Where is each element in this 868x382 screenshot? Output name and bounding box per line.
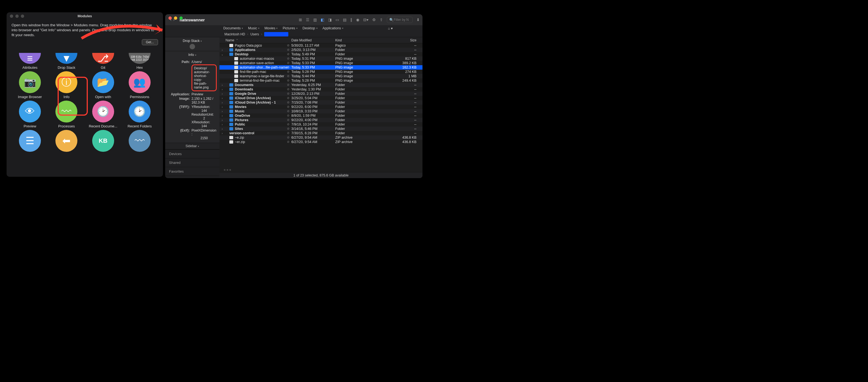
disclosure-icon[interactable]: › [221, 101, 224, 104]
get-button[interactable]: Get... [142, 39, 158, 45]
close-icon[interactable] [168, 16, 172, 20]
column-kind[interactable]: Kind [335, 38, 390, 42]
disclosure-icon[interactable]: › [221, 110, 224, 113]
info-path-label: Path: [168, 60, 191, 92]
split-icon[interactable]: ‖ [350, 18, 352, 22]
module-info[interactable]: ⓘ Info [51, 71, 82, 99]
file-row[interactable]: leanmymac-x-large-file-finderToday, 5:44… [219, 74, 423, 78]
disclosure-icon[interactable]: › [221, 128, 224, 131]
file-name: iCloud Drive (Archive) - 1 [235, 101, 276, 104]
column-name[interactable]: Name⌃ [219, 38, 291, 42]
crumb-users[interactable]: Users [250, 32, 259, 36]
disclosure-icon[interactable]: ⌄ [221, 53, 224, 56]
module-recent-documents[interactable]: 🕑 Recent Docume... [88, 101, 118, 128]
file-row[interactable]: automator-mac-macosToday, 5:31 PMPNG ima… [219, 57, 423, 61]
crumb-user-redacted[interactable]: XXXXXXX [264, 32, 288, 36]
disclosure-icon[interactable]: › [221, 123, 224, 126]
file-row[interactable]: ›iCloud Drive (Archive)3/25/20, 5:04 PMF… [219, 96, 423, 100]
file-row[interactable]: ›DocumentsYesterday, 6:25 PMFolder-- [219, 83, 423, 87]
disclosure-icon[interactable]: › [221, 119, 224, 122]
zoom-icon[interactable] [179, 16, 183, 20]
module-recent-folders[interactable]: 🕑 Recent Folders [125, 101, 155, 128]
drop-stack-header[interactable]: Drop Stack [183, 39, 200, 43]
share-icon[interactable]: ⇪ [380, 18, 383, 22]
module-preview[interactable]: 👁 Preview [15, 101, 45, 128]
file-date: Today, 5:44 PM [291, 74, 335, 78]
favorite-pictures[interactable]: Pictures▾ [283, 26, 298, 30]
view-icon[interactable]: ▤ [343, 18, 346, 22]
file-row[interactable]: automator-shor...file-path-nameToday, 5:… [219, 65, 423, 70]
disclosure-icon[interactable]: › [221, 92, 224, 95]
module-hex[interactable]: 108 616c 743d144 2222 2074 Hex [125, 53, 155, 70]
file-row[interactable]: Pagico Data.pgco5/30/20, 11:27 AMPagico-… [219, 43, 423, 48]
module-image-browser[interactable]: 📷 Image Browser [15, 71, 45, 99]
column-view-icon[interactable]: ▥ [313, 18, 317, 22]
file-date: Yesterday, 1:30 PM [291, 88, 335, 91]
sidebar-header[interactable]: Sidebar [185, 144, 197, 148]
file-row[interactable]: terminal-find-file-path-macToday, 5:28 P… [219, 78, 423, 83]
quicklook-icon[interactable]: ◉ [356, 18, 360, 22]
file-row[interactable]: ~er.zip6/27/20, 9:54 AMZIP archive436.8 … [219, 140, 423, 144]
favorite-music[interactable]: Music▾ [248, 26, 259, 30]
file-row[interactable]: ›Public7/9/19, 10:24 PMFolder-- [219, 122, 423, 127]
module-icon: 〰 [129, 130, 151, 152]
home-icon[interactable]: ⌂ ▾ [388, 26, 393, 30]
download-icon[interactable]: ⬇ [416, 18, 420, 22]
disclosure-icon[interactable]: › [221, 97, 224, 100]
file-row[interactable]: ›Applications2/5/20, 3:13 PMFolder-- [219, 48, 423, 52]
group-icon[interactable]: ⊟▾ [363, 18, 368, 22]
file-row[interactable]: ›DownloadsYesterday, 1:30 PMFolder-- [219, 87, 423, 92]
file-row[interactable]: ›Sites3/14/16, 5:46 PMFolder-- [219, 127, 423, 131]
sidebar-recent-documents[interactable]: Recent Documents [165, 176, 219, 178]
action-icon[interactable]: ⚙ [372, 18, 376, 22]
file-row[interactable]: ⌄DesktopToday, 5:49 PMFolder-- [219, 52, 423, 57]
module-processes[interactable]: 〰 Processes [51, 101, 82, 128]
disclosure-icon[interactable]: › [221, 105, 224, 108]
module-open-with[interactable]: 📂 Open with [88, 71, 118, 99]
module-attributes[interactable]: ≡ Attributes [15, 53, 45, 70]
file-row[interactable]: ›OneDrive8/9/20, 1:59 PMFolder-- [219, 113, 423, 118]
search-field[interactable]: 🔍 [387, 17, 412, 23]
file-row[interactable]: ›iCloud Drive (Archive) - 17/15/20, 7:08… [219, 100, 423, 105]
file-row[interactable]: ›version-control7/30/15, 6:28 PMFolder-- [219, 131, 423, 135]
search-input[interactable] [394, 18, 410, 22]
sidebar-favorites[interactable]: Favorites [165, 167, 219, 176]
module-drop-stack[interactable]: ▼ Drop Stack [51, 53, 82, 70]
favorite-applications[interactable]: Applications▾ [322, 26, 343, 30]
git-icon: ⎇ [92, 53, 114, 64]
file-name: find-file-path-mac [240, 70, 267, 74]
disclosure-icon[interactable]: › [221, 48, 224, 51]
favorite-documents[interactable]: Documents▾ [223, 26, 243, 30]
favorite-desktop[interactable]: Desktop▾ [303, 26, 318, 30]
column-date-modified[interactable]: Date Modified [291, 38, 335, 42]
column-size[interactable]: Size [390, 38, 423, 42]
file-row[interactable]: ›Music10/8/19, 3:33 PMFolder-- [219, 109, 423, 113]
info-header[interactable]: Info [188, 53, 194, 57]
favorite-movies[interactable]: Movies▾ [265, 26, 278, 30]
sidebar-shared[interactable]: Shared [165, 158, 219, 167]
list-view-icon[interactable]: ☰ [306, 18, 309, 22]
file-row[interactable]: ›Google Drive12/26/20, 2:13 PMFolder-- [219, 92, 423, 96]
info-image-value: 2,150 x 1,262 / 162.3 KB [191, 97, 217, 104]
view-icon[interactable]: ▭ [336, 18, 339, 22]
disclosure-icon[interactable]: › [221, 132, 224, 135]
file-row[interactable]: ~e.zip6/27/20, 9:54 AMZIP archive436.8 K… [219, 135, 423, 140]
gallery-view-icon[interactable]: ◧ [321, 18, 324, 22]
module-permissions[interactable]: 👥 Permissions [125, 71, 155, 99]
disclosure-icon[interactable]: › [221, 88, 224, 91]
crumb-macintosh-hd[interactable]: Macintosh HD [224, 32, 245, 36]
disclosure-icon[interactable]: › [221, 114, 224, 117]
sidebar-devices[interactable]: Devices [165, 149, 219, 158]
info-tiff-label: {TIFF}: [168, 105, 191, 128]
file-row[interactable]: find-file-path-macToday, 5:28 PMPNG imag… [219, 70, 423, 74]
file-row[interactable]: ›Movies9/22/20, 6:00 PMFolder-- [219, 105, 423, 109]
target-icon[interactable] [190, 44, 195, 49]
disclosure-icon[interactable]: › [221, 83, 224, 86]
minimize-icon[interactable] [174, 16, 177, 20]
icon-view-icon[interactable]: ⊞ [299, 18, 302, 22]
file-size: -- [390, 83, 423, 87]
view-icon[interactable]: ◨ [328, 18, 332, 22]
module-git[interactable]: ⎇ Git [88, 53, 118, 70]
file-row[interactable]: ›Pictures9/22/20, 4:00 PMFolder-- [219, 118, 423, 122]
file-row[interactable]: automator-save-actionToday, 5:33 PMPNG i… [219, 61, 423, 65]
